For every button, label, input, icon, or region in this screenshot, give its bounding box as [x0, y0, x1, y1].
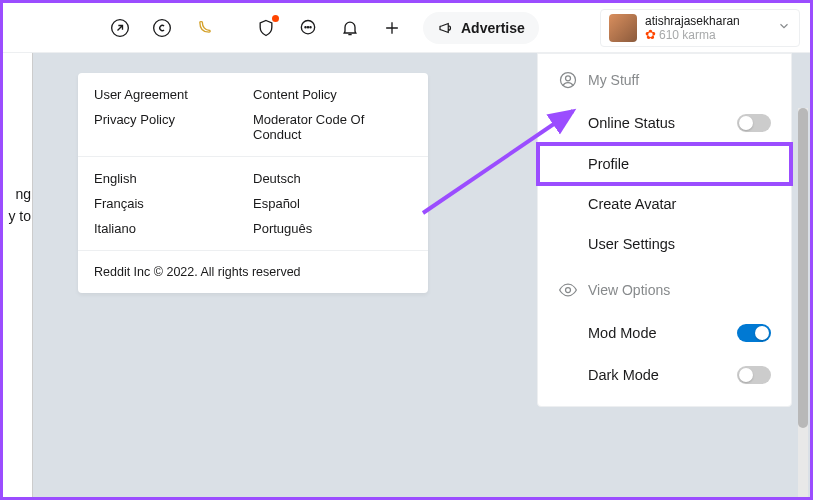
svg-point-5	[310, 26, 311, 27]
lang-link[interactable]: English	[94, 171, 253, 186]
user-info: atishrajasekharan ✿610 karma	[645, 14, 769, 42]
username-label: atishrajasekharan	[645, 14, 769, 28]
section-my-stuff: My Stuff	[538, 54, 791, 102]
svg-point-8	[566, 288, 571, 293]
user-dropdown: My Stuff Online Status Profile Create Av…	[537, 53, 792, 407]
karma-text: 610 karma	[659, 28, 716, 42]
menu-mod-mode[interactable]: Mod Mode	[538, 312, 791, 354]
scroll-thumb[interactable]	[798, 108, 808, 428]
copyright-icon[interactable]	[145, 11, 179, 45]
menu-profile[interactable]: Profile	[538, 144, 791, 184]
scrollbar[interactable]	[798, 108, 808, 500]
online-status-toggle[interactable]	[737, 114, 771, 132]
external-link-icon[interactable]	[103, 11, 137, 45]
lang-link[interactable]: Português	[253, 221, 412, 236]
lang-link[interactable]: Italiano	[94, 221, 253, 236]
plus-icon[interactable]	[375, 11, 409, 45]
menu-create-avatar[interactable]: Create Avatar	[538, 184, 791, 224]
footer-link[interactable]: Privacy Policy	[94, 112, 253, 127]
banana-icon[interactable]	[187, 11, 221, 45]
chat-icon[interactable]	[291, 11, 325, 45]
lang-link[interactable]: Español	[253, 196, 412, 211]
eye-icon	[558, 280, 578, 300]
footer-link[interactable]: Content Policy	[253, 87, 412, 102]
svg-point-1	[154, 19, 171, 36]
svg-point-7	[566, 76, 571, 81]
lang-link[interactable]: Deutsch	[253, 171, 412, 186]
karma-icon: ✿	[645, 28, 656, 42]
advertise-label: Advertise	[461, 20, 525, 36]
advertise-button[interactable]: Advertise	[423, 12, 539, 44]
top-header: Advertise atishrajasekharan ✿610 karma	[3, 3, 810, 53]
bell-icon[interactable]	[333, 11, 367, 45]
footer-panel: User Agreement Privacy Policy Content Po…	[78, 73, 428, 293]
dark-mode-toggle[interactable]	[737, 366, 771, 384]
svg-point-3	[305, 26, 306, 27]
footer-link[interactable]: Moderator Code Of Conduct	[253, 112, 412, 142]
menu-user-settings[interactable]: User Settings	[538, 224, 791, 264]
svg-point-4	[307, 26, 308, 27]
footer-copyright: Reddit Inc © 2022. All rights reserved	[78, 251, 428, 293]
lang-link[interactable]: Français	[94, 196, 253, 211]
content-area: ng y to User Agreement Privacy Policy Co…	[3, 53, 810, 497]
megaphone-icon	[437, 19, 455, 37]
menu-online-status[interactable]: Online Status	[538, 102, 791, 144]
clipped-text: ng y to	[3, 183, 31, 227]
mod-mode-toggle[interactable]	[737, 324, 771, 342]
left-strip: ng y to	[3, 53, 33, 497]
footer-link[interactable]: User Agreement	[94, 87, 253, 102]
menu-dark-mode[interactable]: Dark Mode	[538, 354, 791, 396]
avatar	[609, 14, 637, 42]
section-view-options: View Options	[538, 264, 791, 312]
person-icon	[558, 70, 578, 90]
chevron-down-icon	[777, 19, 791, 37]
user-menu-button[interactable]: atishrajasekharan ✿610 karma	[600, 9, 800, 47]
shield-icon[interactable]	[249, 11, 283, 45]
